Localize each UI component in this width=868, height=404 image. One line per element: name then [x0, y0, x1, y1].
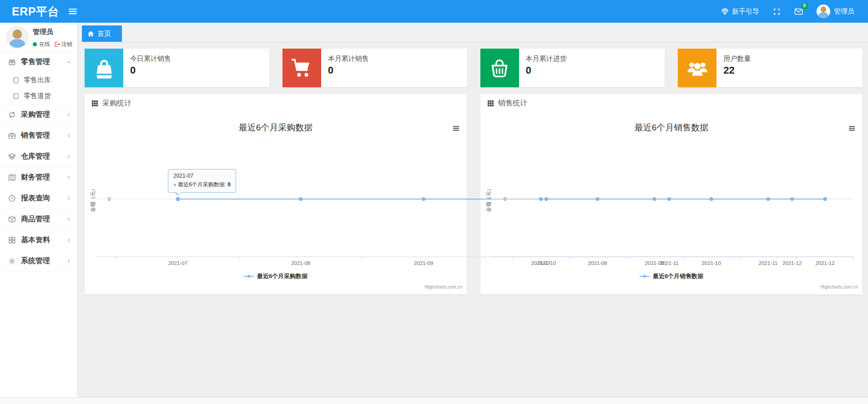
legend-label: 最近6个月销售数据 — [653, 272, 703, 280]
stat-card[interactable]: 本月累计进货0 — [480, 49, 665, 87]
sidebar: 管理员 在线 注销 零售管理零售出库零售退货采购管理销售管理仓库管理财务管理报表… — [0, 23, 78, 397]
legend-marker-icon — [244, 274, 254, 279]
y-axis-title: 金额（元） — [486, 186, 491, 212]
chevron-down-icon — [66, 60, 71, 65]
sidebar-item-零售退货[interactable]: 零售退货 — [0, 88, 77, 104]
clock-icon — [8, 195, 17, 202]
brand-logo[interactable]: ERP平台 — [0, 4, 68, 19]
sidebar-item-3[interactable]: 销售管理 — [0, 125, 77, 146]
stat-info: 用户数量22 — [717, 49, 751, 87]
sidebar-item-6[interactable]: 报表查询 — [0, 188, 77, 209]
tooltip-category: 2021-07 — [173, 173, 231, 179]
stat-label: 本月累计销售 — [328, 55, 369, 63]
sidebar-menu-group: 仓库管理 — [0, 146, 77, 167]
tooltip-series-row: ● 最近6个月采购数据: 0 — [173, 181, 231, 189]
legend-item[interactable]: 最近6个月采购数据 — [85, 272, 467, 280]
sidebar-item-5[interactable]: 财务管理 — [0, 167, 77, 188]
sidebar-item-2[interactable]: 采购管理 — [0, 105, 77, 125]
chevron-left-icon — [66, 175, 71, 180]
highcharts-credits-link[interactable]: Highcharts.com.cn — [424, 284, 462, 289]
logout-label: 注销 — [61, 40, 72, 48]
panel-title: 采购统计 — [102, 99, 131, 108]
chevron-left-icon — [66, 154, 71, 159]
y-axis-tick-label: 0 — [108, 196, 111, 202]
stat-card[interactable]: 本月累计销售0 — [283, 49, 467, 87]
data-point-marker[interactable] — [767, 197, 770, 201]
data-point-marker[interactable] — [710, 197, 713, 201]
sidebar-toggle-button[interactable] — [68, 7, 77, 16]
sidebar-subitem: 零售退货 — [0, 88, 77, 104]
stat-info: 今日累计销售0 — [123, 49, 171, 87]
sidebar-menu-group: 零售管理零售出库零售退货 — [0, 52, 77, 105]
sidebar-menu: 零售管理零售出库零售退货采购管理销售管理仓库管理财务管理报表查询商品管理基本资料… — [0, 52, 77, 272]
sidebar-user-panel: 管理员 在线 注销 — [0, 23, 77, 52]
stat-value: 0 — [526, 65, 567, 76]
guide-link[interactable]: 新手引导 — [721, 7, 759, 16]
data-point-marker[interactable] — [299, 197, 303, 201]
sidebar-item-4[interactable]: 仓库管理 — [0, 146, 77, 167]
sidebar-item-label: 商品管理 — [21, 214, 50, 224]
sidebar-item-1[interactable]: 零售管理 — [0, 52, 77, 72]
fullscreen-button[interactable] — [773, 8, 781, 15]
sidebar-item-label: 报表查询 — [21, 194, 50, 203]
stats-row: 今日累计销售0本月累计销售0本月累计进货0用户数量22 — [85, 49, 863, 87]
stat-label: 用户数量 — [723, 55, 751, 63]
shopping-cart-icon — [283, 49, 321, 87]
chart-2: 最近6个月销售数据2021-072021-082021-092021-10202… — [480, 112, 863, 293]
sidebar-item-label: 零售管理 — [21, 57, 50, 67]
data-point-marker[interactable] — [422, 197, 425, 201]
sidebar-menu-group: 采购管理 — [0, 105, 77, 125]
panel-header: 销售统计 — [480, 94, 863, 112]
sidebar-user-name: 管理员 — [33, 28, 72, 36]
navbar-right: 新手引导 0 管理员 — [721, 5, 868, 18]
sidebar-menu-group: 财务管理 — [0, 167, 77, 188]
sign-out-icon — [54, 41, 60, 47]
sidebar-menu-group: 系统管理 — [0, 251, 77, 272]
shopping-bag-icon — [85, 49, 123, 87]
guide-label: 新手引导 — [732, 7, 759, 16]
x-axis-label: 2021-08 — [588, 260, 607, 266]
chevron-left-icon — [66, 196, 71, 201]
sidebar-item-7[interactable]: 商品管理 — [0, 209, 77, 229]
x-axis-label: 2021-09 — [645, 260, 664, 266]
sidebar-menu-group: 基本资料 — [0, 230, 77, 251]
data-point-marker[interactable] — [823, 197, 827, 201]
stat-value: 22 — [723, 65, 751, 76]
chart-1: 最近6个月采购数据2021-072021-082021-092021-10202… — [85, 112, 467, 293]
legend-label: 最近6个月采购数据 — [257, 272, 308, 280]
stat-card[interactable]: 用户数量22 — [678, 49, 863, 87]
data-point-marker[interactable] — [653, 197, 656, 201]
sidebar-item-label: 采购管理 — [21, 110, 50, 120]
sidebar-user-avatar — [6, 26, 28, 48]
journal-icon — [12, 93, 20, 100]
data-point-marker[interactable] — [596, 197, 600, 201]
panels-row: 采购统计最近6个月采购数据2021-072021-082021-092021-1… — [85, 94, 863, 294]
sidebar-user-meta: 管理员 在线 注销 — [33, 26, 72, 51]
sidebar-submenu: 零售出库零售退货 — [0, 72, 77, 104]
stat-card[interactable]: 今日累计销售0 — [85, 49, 269, 87]
sidebar-item-label: 销售管理 — [21, 131, 50, 140]
highcharts-credits-link[interactable]: Highcharts.com.cn — [820, 284, 858, 289]
x-axis-label: 2021-08 — [291, 260, 310, 266]
tab-home[interactable]: 首页 — [82, 25, 122, 42]
logout-link[interactable]: 注销 — [54, 40, 72, 48]
sidebar-menu-group: 销售管理 — [0, 125, 77, 146]
sidebar-item-9[interactable]: 系统管理 — [0, 251, 77, 271]
journal-icon — [12, 77, 20, 84]
tooltip-value: 0 — [227, 181, 231, 188]
layers-icon — [8, 153, 17, 160]
sidebar-user-status: 在线 注销 — [33, 40, 72, 48]
sidebar-item-8[interactable]: 基本资料 — [0, 230, 77, 250]
legend-item[interactable]: 最近6个月销售数据 — [480, 272, 863, 280]
user-name: 管理员 — [834, 7, 854, 16]
user-menu[interactable]: 管理员 — [817, 5, 854, 18]
x-axis-label: 2021-07 — [168, 260, 187, 266]
data-point-marker[interactable] — [539, 197, 543, 201]
stat-label: 本月累计进货 — [526, 55, 567, 63]
stat-info: 本月累计销售0 — [321, 49, 369, 87]
stat-value: 0 — [328, 65, 369, 76]
box-icon — [8, 215, 17, 223]
th-icon — [487, 100, 494, 107]
messages-button[interactable]: 0 — [794, 7, 803, 16]
sidebar-item-零售出库[interactable]: 零售出库 — [0, 72, 77, 88]
